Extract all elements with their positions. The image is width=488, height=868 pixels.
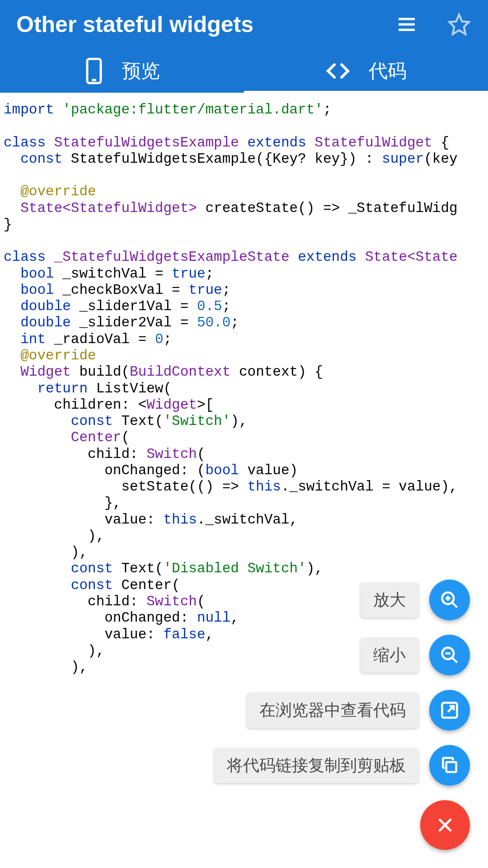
tab-preview[interactable]: 预览	[0, 49, 244, 93]
app-bar-top: Other stateful widgets	[0, 0, 488, 49]
fab-row-open-browser: 在浏览器中查看代码	[247, 690, 470, 731]
tab-code[interactable]: 代码	[244, 49, 488, 93]
fab-row-zoom-out: 缩小	[361, 635, 470, 675]
tab-code-label: 代码	[369, 58, 407, 84]
fab-close[interactable]	[420, 800, 470, 850]
fab-row-close	[420, 800, 470, 850]
fab-zoom-out[interactable]	[429, 635, 470, 675]
fab-row-zoom-in: 放大	[361, 580, 470, 620]
svg-rect-14	[446, 762, 456, 772]
copy-icon	[440, 755, 460, 775]
fab-copy-link-label: 将代码链接复制到剪贴板	[214, 748, 418, 783]
svg-line-7	[452, 603, 457, 608]
fab-zoom-in-label: 放大	[361, 583, 418, 618]
fab-open-browser-label: 在浏览器中查看代码	[247, 693, 418, 728]
tabs: 预览 代码	[0, 49, 488, 93]
tab-preview-label: 预览	[122, 58, 160, 84]
app-bar-actions	[394, 12, 472, 37]
fab-row-copy-link: 将代码链接复制到剪贴板	[214, 745, 470, 786]
zoom-in-icon	[440, 590, 460, 610]
code-icon	[325, 62, 351, 80]
fab-copy-link[interactable]	[429, 745, 470, 786]
fab-zoom-out-label: 缩小	[361, 638, 418, 673]
svg-line-11	[452, 658, 457, 663]
floating-actions: 放大 缩小 在浏览器中查看代码 将代码链接复制到剪贴板	[214, 580, 470, 850]
fab-zoom-in[interactable]	[429, 580, 470, 620]
page-title: Other stateful widgets	[16, 11, 394, 38]
close-icon	[436, 816, 454, 834]
zoom-out-icon	[440, 645, 460, 665]
fab-open-browser[interactable]	[429, 690, 470, 731]
menu-icon[interactable]	[394, 12, 419, 37]
star-icon[interactable]	[446, 12, 472, 37]
app-bar: Other stateful widgets 预览 代码	[0, 0, 488, 93]
phone-icon	[84, 57, 104, 85]
svg-marker-3	[449, 14, 469, 34]
open-external-icon	[440, 700, 460, 720]
